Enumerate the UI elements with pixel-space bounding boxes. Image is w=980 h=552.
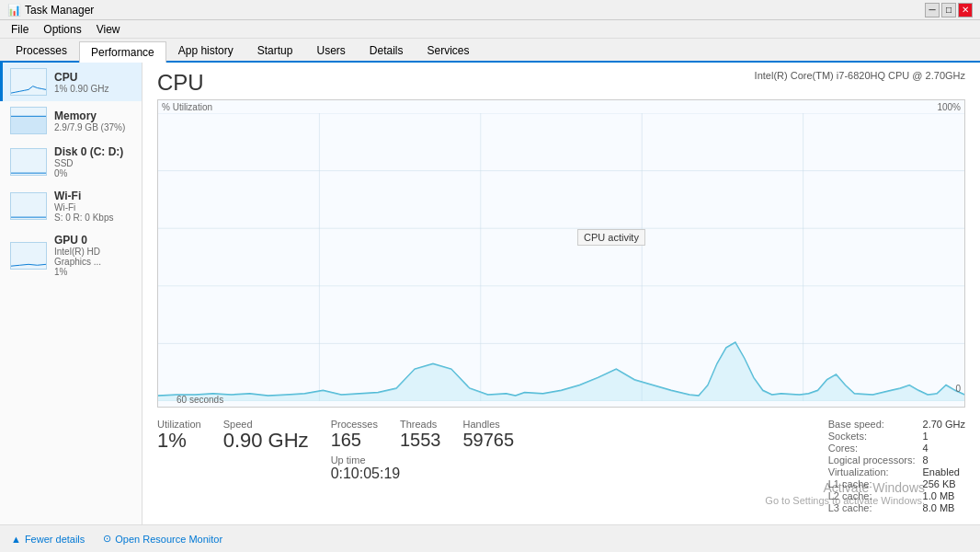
sidebar-item-disk[interactable]: Disk 0 (C: D:) SSD 0% (0, 140, 142, 184)
x-axis-label: 60 seconds (177, 395, 223, 405)
processes-value: 165 (331, 430, 378, 451)
svg-marker-11 (158, 342, 964, 401)
tab-startup[interactable]: Startup (245, 40, 305, 61)
maximize-button[interactable]: □ (941, 3, 956, 17)
content-area: CPU Intel(R) Core(TM) i7-6820HQ CPU @ 2.… (142, 63, 980, 524)
svg-rect-0 (11, 116, 46, 133)
memory-label: Memory (54, 109, 134, 122)
gpu-detail1: Intel(R) HD Graphics ... (54, 247, 134, 267)
tab-details[interactable]: Details (358, 40, 416, 61)
sockets-label: Sockets: (828, 431, 916, 442)
tab-processes[interactable]: Processes (4, 40, 79, 61)
menu-options[interactable]: Options (36, 21, 88, 38)
y-axis-label: % Utilization (162, 102, 212, 112)
handles-label: Handles (462, 419, 514, 430)
cpu-label: CPU (54, 71, 134, 84)
stat-uptime: Up time 0:10:05:19 (331, 454, 514, 482)
memory-detail: 2.9/7.9 GB (37%) (54, 122, 134, 132)
cpu-detail: 1% 0.90 GHz (54, 84, 134, 94)
l1-cache-label: L1 cache: (828, 478, 916, 489)
cpu-model: Intel(R) Core(TM) i7-6820HQ CPU @ 2.70GH… (755, 70, 965, 81)
cpu-mini-chart (10, 68, 47, 96)
cpu-graph-svg (158, 113, 964, 401)
uptime-value: 0:10:05:19 (331, 466, 514, 482)
tab-users[interactable]: Users (304, 40, 357, 61)
cores-label: Cores: (828, 443, 916, 454)
wifi-label: Wi-Fi (54, 190, 134, 202)
menu-file[interactable]: File (4, 21, 36, 38)
uptime-label: Up time (331, 454, 514, 466)
disk-detail2: 0% (54, 168, 134, 178)
handles-value: 59765 (462, 430, 514, 451)
bottom-bar: ▲ Fewer details ⊙ Open Resource Monitor (0, 524, 980, 552)
sidebar-item-memory[interactable]: Memory 2.9/7.9 GB (37%) (0, 101, 142, 140)
stat-threads: Threads 1553 (400, 419, 441, 451)
tab-performance[interactable]: Performance (79, 41, 166, 63)
menu-view[interactable]: View (89, 21, 128, 38)
minimize-button[interactable]: ─ (925, 3, 940, 17)
stat-processes-group: Processes 165 Threads 1553 Handles 59765… (331, 419, 514, 513)
proc-thread-handles-row: Processes 165 Threads 1553 Handles 59765 (331, 419, 514, 451)
sockets-value: 1 (923, 431, 965, 442)
gpu-detail2: 1% (54, 267, 134, 277)
base-speed-value: 2.70 GHz (923, 419, 965, 430)
close-button[interactable]: ✕ (958, 3, 973, 17)
resource-monitor-icon: ⊙ (103, 533, 111, 545)
memory-mini-chart (10, 107, 47, 134)
sidebar-item-cpu[interactable]: CPU 1% 0.90 GHz (0, 63, 142, 101)
stats-area: Utilization 1% Speed 0.90 GHz Processes … (157, 415, 965, 517)
chevron-icon: ▲ (11, 534, 21, 545)
speed-value: 0.90 GHz (223, 430, 309, 452)
wifi-info: Wi-Fi Wi-Fi S: 0 R: 0 Kbps (54, 190, 134, 223)
gpu-label: GPU 0 (54, 234, 134, 247)
app-icon: 📊 (7, 4, 21, 17)
wifi-detail2: S: 0 R: 0 Kbps (54, 213, 134, 223)
title-bar: 📊 Task Manager ─ □ ✕ (0, 0, 980, 20)
cores-value: 4 (923, 443, 965, 454)
tab-bar: Processes Performance App history Startu… (0, 39, 980, 63)
tab-services[interactable]: Services (416, 40, 482, 61)
sidebar-item-wifi[interactable]: Wi-Fi Wi-Fi S: 0 R: 0 Kbps (0, 184, 142, 228)
memory-info: Memory 2.9/7.9 GB (37%) (54, 109, 134, 132)
fewer-details-button[interactable]: ▲ Fewer details (11, 534, 85, 545)
wifi-detail1: Wi-Fi (54, 202, 134, 213)
gpu-info: GPU 0 Intel(R) HD Graphics ... 1% (54, 234, 134, 277)
l2-cache-label: L2 cache: (828, 490, 916, 501)
gpu-mini-chart (10, 242, 47, 270)
stat-processes: Processes 165 (331, 419, 378, 451)
virtualization-label: Virtualization: (828, 466, 916, 477)
menu-bar: File Options View (0, 20, 980, 39)
content-header: CPU Intel(R) Core(TM) i7-6820HQ CPU @ 2.… (157, 70, 965, 96)
threads-value: 1553 (400, 430, 441, 451)
l1-cache-value: 256 KB (923, 478, 965, 489)
disk-info: Disk 0 (C: D:) SSD 0% (54, 145, 134, 178)
window-controls[interactable]: ─ □ ✕ (925, 3, 973, 17)
tab-app-history[interactable]: App history (166, 40, 245, 61)
l2-cache-value: 1.0 MB (923, 490, 965, 501)
stat-handles: Handles 59765 (462, 419, 514, 451)
cpu-info: CPU 1% 0.90 GHz (54, 71, 134, 94)
sidebar: CPU 1% 0.90 GHz Memory 2.9/7.9 GB (37%) (0, 63, 142, 524)
virtualization-value: Enabled (923, 466, 965, 477)
detail-table-container: Base speed: 2.70 GHz Sockets: 1 Cores: 4… (828, 419, 965, 513)
disk-label: Disk 0 (C: D:) (54, 145, 134, 158)
utilization-value: 1% (157, 430, 201, 452)
cpu-activity-tooltip: CPU activity (577, 229, 645, 246)
detail-table: Base speed: 2.70 GHz Sockets: 1 Cores: 4… (828, 419, 965, 513)
disk-detail1: SSD (54, 158, 134, 168)
base-speed-label: Base speed: (828, 419, 916, 430)
wifi-mini-chart (10, 192, 47, 220)
stat-utilization-col: Utilization 1% (157, 419, 201, 513)
sidebar-item-gpu[interactable]: GPU 0 Intel(R) HD Graphics ... 1% (0, 228, 142, 282)
title-bar-title: 📊 Task Manager (7, 4, 94, 17)
y-max-label: 100% (937, 102, 961, 112)
l3-cache-label: L3 cache: (828, 502, 916, 513)
open-resource-monitor-button[interactable]: ⊙ Open Resource Monitor (103, 533, 222, 545)
l3-cache-value: 8.0 MB (923, 502, 965, 513)
logical-processors-label: Logical processors: (828, 454, 916, 466)
y-min-label: 0 (955, 384, 961, 394)
processes-label: Processes (331, 419, 378, 430)
threads-label: Threads (400, 419, 441, 430)
content-title: CPU (157, 70, 204, 96)
stat-speed-col: Speed 0.90 GHz (223, 419, 309, 513)
